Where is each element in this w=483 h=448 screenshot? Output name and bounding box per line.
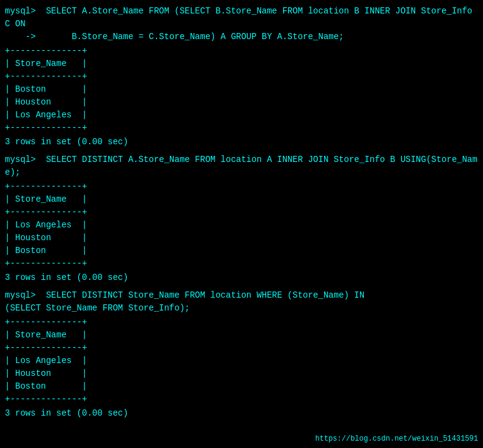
table-data-3: | Los Angeles | | Houston | | Boston | <box>5 354 478 393</box>
query-block-1: mysql> SELECT A.Store_Name FROM (SELECT … <box>5 5 478 149</box>
table-data-2: | Los Angeles | | Houston | | Boston | <box>5 219 478 257</box>
query-block-2: mysql> SELECT DISTINCT A.Store_Name FROM… <box>5 153 478 284</box>
query-block-3: mysql> SELECT DISTINCT Store_Name FROM l… <box>5 289 478 420</box>
query-text-1: mysql> SELECT A.Store_Name FROM (SELECT … <box>5 5 478 43</box>
table-border-bottom-2: +--------------+ <box>5 257 478 270</box>
result-table-1: +--------------+ | Store_Name | +-------… <box>5 45 478 134</box>
table-header-3: | Store_Name | <box>5 329 478 342</box>
table-border-top-3: +--------------+ <box>5 316 478 329</box>
row-count-2: 3 rows in set (0.00 sec) <box>5 271 478 284</box>
row-count-1: 3 rows in set (0.00 sec) <box>5 136 478 149</box>
table-border-top-2: +--------------+ <box>5 180 478 193</box>
table-border-top-1: +--------------+ <box>5 45 478 57</box>
table-header-2: | Store_Name | <box>5 193 478 206</box>
row-count-3: 3 rows in set (0.00 sec) <box>5 407 478 420</box>
table-border-mid-2: +--------------+ <box>5 206 478 219</box>
table-border-mid-3: +--------------+ <box>5 342 478 354</box>
query-text-3: mysql> SELECT DISTINCT Store_Name FROM l… <box>5 289 478 315</box>
table-data-1: | Boston | | Houston | | Los Angeles | <box>5 83 478 122</box>
watermark: https://blog.csdn.net/weixin_51431591 <box>315 435 478 443</box>
table-border-bottom-3: +--------------+ <box>5 393 478 406</box>
table-header-1: | Store_Name | <box>5 57 478 70</box>
result-table-3: +--------------+ | Store_Name | +-------… <box>5 316 478 406</box>
result-table-2: +--------------+ | Store_Name | +-------… <box>5 180 478 270</box>
query-text-2: mysql> SELECT DISTINCT A.Store_Name FROM… <box>5 153 478 179</box>
terminal-window: mysql> SELECT A.Store_Name FROM (SELECT … <box>5 5 478 420</box>
table-border-mid-1: +--------------+ <box>5 70 478 83</box>
table-border-bottom-1: +--------------+ <box>5 122 478 134</box>
